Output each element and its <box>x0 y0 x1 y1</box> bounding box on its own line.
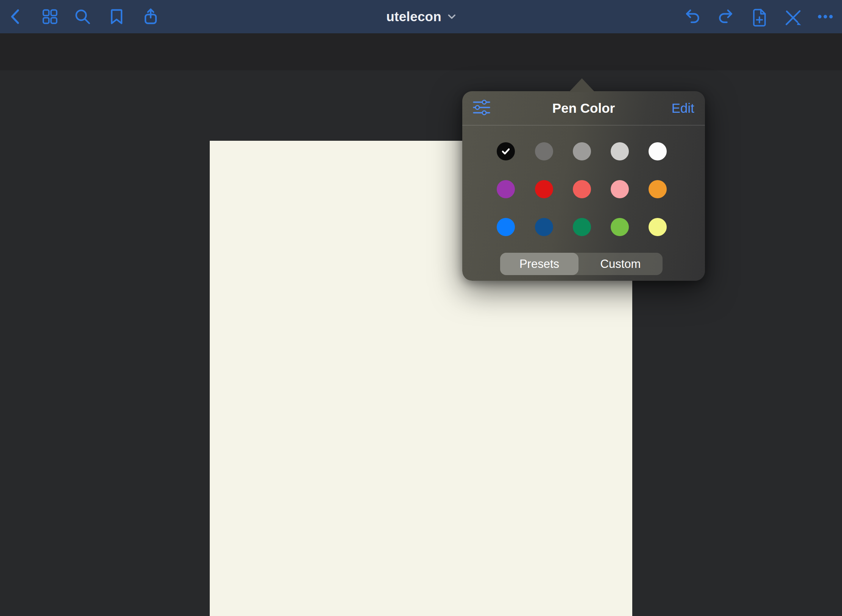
bookmark-icon <box>107 7 126 26</box>
popover-separator <box>462 125 705 126</box>
popover-header: Pen Color Edit <box>462 91 705 125</box>
top-navigation-bar: utelecon <box>0 0 842 33</box>
add-page-button[interactable] <box>748 6 770 27</box>
swatch-purple[interactable] <box>497 180 515 198</box>
redo-button[interactable] <box>716 6 737 27</box>
search-icon <box>73 7 92 26</box>
popover-title: Pen Color <box>462 91 705 125</box>
swatch-yellow[interactable] <box>649 218 667 236</box>
end-editing-pencil-icon <box>782 7 802 26</box>
search-button[interactable] <box>72 6 93 27</box>
swatch-light-gray[interactable] <box>611 142 629 160</box>
swatch-blue[interactable] <box>497 218 515 236</box>
back-chevron-icon <box>6 7 26 26</box>
checkmark-icon <box>501 146 511 156</box>
swatch-white[interactable] <box>649 142 667 160</box>
swatch-pink[interactable] <box>611 180 629 198</box>
undo-button[interactable] <box>681 6 703 27</box>
end-editing-button[interactable] <box>781 6 803 27</box>
bookmark-button[interactable] <box>106 6 127 27</box>
presets-custom-segmented-control: Presets Custom <box>500 253 663 275</box>
tab-custom[interactable]: Custom <box>578 253 663 275</box>
undo-icon <box>682 7 702 26</box>
swatch-coral[interactable] <box>573 180 591 198</box>
swatch-orange[interactable] <box>649 180 667 198</box>
tool-bar: a <box>0 33 842 70</box>
redo-icon <box>716 7 736 26</box>
back-button[interactable] <box>6 6 27 27</box>
page-thumbnails-icon <box>40 7 60 26</box>
swatch-red[interactable] <box>535 180 553 198</box>
swatch-dark-gray[interactable] <box>535 142 553 160</box>
document-title: utelecon <box>386 9 441 24</box>
popover-arrow <box>569 78 595 92</box>
share-button[interactable] <box>140 6 161 27</box>
swatch-green[interactable] <box>573 218 591 236</box>
share-icon <box>141 7 161 26</box>
canvas-background <box>0 70 842 616</box>
swatch-navy[interactable] <box>535 218 553 236</box>
edit-colors-button[interactable]: Edit <box>672 91 694 125</box>
more-options-button[interactable] <box>815 6 836 27</box>
document-title-button[interactable]: utelecon <box>386 0 456 33</box>
tab-presets[interactable]: Presets <box>500 253 578 275</box>
page-thumbnails-button[interactable] <box>39 6 61 27</box>
swatch-gray[interactable] <box>573 142 591 160</box>
swatch-light-green[interactable] <box>611 218 629 236</box>
pen-color-popover: Pen Color Edit Presets Custom <box>462 91 705 281</box>
title-chevron-down-icon <box>448 14 456 19</box>
add-page-icon <box>749 7 769 26</box>
swatch-black-selected[interactable] <box>497 142 515 160</box>
app-screen: utelecon <box>0 0 842 616</box>
ellipsis-icon <box>815 7 835 26</box>
